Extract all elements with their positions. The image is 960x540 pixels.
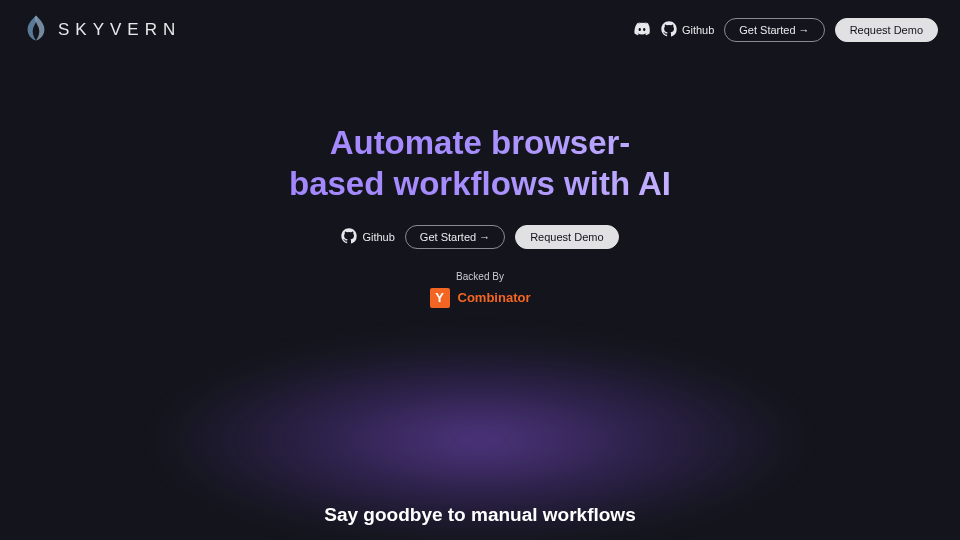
yc-name: Combinator [458,290,531,305]
github-label: Github [362,231,394,243]
yc-badge: Y Combinator [430,288,531,308]
hero-title: Automate browser- based workflows with A… [0,122,960,205]
brand-name: SKYVERN [58,20,181,40]
hero-cta-row: Github Get Started → Request Demo [0,225,960,249]
brand-logo[interactable]: SKYVERN [22,14,181,46]
site-header: SKYVERN Github Get Started → Request Dem… [0,0,960,60]
get-started-button-hero[interactable]: Get Started → [405,225,505,249]
github-link-hero[interactable]: Github [341,228,394,246]
subheadline: Say goodbye to manual workflows [0,504,960,526]
backed-by-label: Backed By [456,271,504,282]
hero-section: Automate browser- based workflows with A… [0,60,960,308]
backed-by: Backed By Y Combinator [0,271,960,308]
github-link-top[interactable]: Github [661,21,714,39]
get-started-button-top[interactable]: Get Started → [724,18,824,42]
brand-mark-icon [22,14,50,46]
yc-logo-icon: Y [430,288,450,308]
request-demo-button-top[interactable]: Request Demo [835,18,938,42]
hero-title-line1: Automate browser- [330,124,631,161]
hero-title-line2: based workflows with AI [289,165,671,202]
top-nav: Github Get Started → Request Demo [633,18,938,42]
github-label: Github [682,24,714,36]
discord-icon [633,20,651,40]
github-icon [661,21,677,39]
request-demo-button-hero[interactable]: Request Demo [515,225,618,249]
github-icon [341,228,357,246]
discord-link[interactable] [633,20,651,40]
